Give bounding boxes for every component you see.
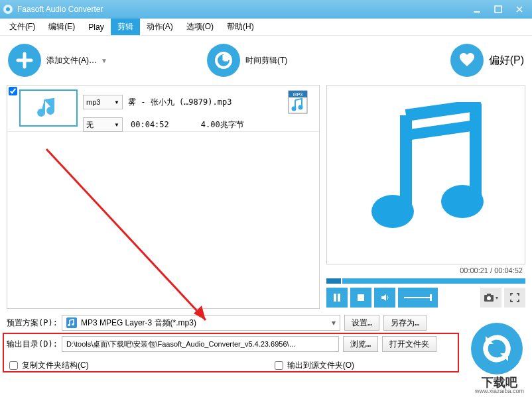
refresh-icon <box>480 332 513 365</box>
output-path-value: D:\tools\桌面\下载吧\安装包\Faasoft_Audio_Conver… <box>66 339 297 349</box>
settings-button[interactable]: 设置… <box>344 315 379 331</box>
preference-label: 偏好(P) <box>489 54 524 68</box>
checkbox-row: 复制文件夹结构(C) 输出到源文件夹(O) <box>7 357 525 374</box>
svg-point-17 <box>487 296 491 300</box>
file-name: 雾 - 张小九 (…9879).mp3 <box>128 97 232 108</box>
progress-fill <box>326 278 342 284</box>
mp3-icon <box>66 317 77 328</box>
output-row: 输出目录(D): D:\tools\桌面\下载吧\安装包\Faasoft_Aud… <box>7 335 525 353</box>
preference-button[interactable]: 偏好(P) <box>450 44 524 77</box>
watermark-text: 下载吧 <box>482 376 517 388</box>
time-total: 00:04:52 <box>494 266 523 274</box>
app-icon <box>3 4 13 15</box>
window-title: Faasoft Audio Converter <box>17 5 466 14</box>
open-folder-button[interactable]: 打开文件夹 <box>382 336 436 352</box>
volume-slider[interactable] <box>398 288 438 308</box>
menu-trim[interactable]: 剪辑 <box>111 19 140 35</box>
channel-select[interactable]: 无 ▼ <box>83 117 123 132</box>
snapshot-button[interactable]: ▾ <box>480 288 501 308</box>
volume-button[interactable] <box>374 288 395 308</box>
format-select[interactable]: mp3 ▼ <box>83 95 123 109</box>
mp3-file-icon: MP3 <box>287 89 308 115</box>
file-meta: mp3 ▼ 雾 - 张小九 (…9879).mp3 MP3 无 ▼ 00:04:… <box>83 89 315 127</box>
preset-value: MP3 MPEG Layer-3 音频(*.mp3) <box>81 317 196 329</box>
channel-value: 无 <box>86 120 94 130</box>
svg-point-10 <box>299 105 303 110</box>
pause-button[interactable] <box>326 288 348 308</box>
menu-play[interactable]: Play <box>82 20 110 34</box>
chevron-down-icon[interactable]: ▼ <box>101 57 107 64</box>
svg-point-11 <box>371 195 414 228</box>
chevron-down-icon: ▼ <box>114 99 119 105</box>
file-thumbnail <box>19 89 78 127</box>
heart-icon <box>450 44 484 77</box>
menu-option[interactable]: 选项(O) <box>180 19 220 35</box>
minimize-button[interactable] <box>467 3 487 16</box>
time-current: 00:00:21 <box>460 266 488 274</box>
fullscreen-button[interactable] <box>504 288 525 308</box>
svg-point-20 <box>68 324 70 327</box>
file-item[interactable]: mp3 ▼ 雾 - 张小九 (…9879).mp3 MP3 无 ▼ 00:04:… <box>7 85 319 132</box>
output-to-source-checkbox[interactable]: 输出到源文件夹(O) <box>275 360 354 371</box>
toolbar: 添加文件(A)… ▼ 时间剪辑(T) 偏好(P) <box>0 36 532 85</box>
menubar: 文件(F) 编辑(E) Play 剪辑 动作(A) 选项(O) 帮助(H) <box>0 19 532 36</box>
svg-rect-2 <box>474 11 480 13</box>
menu-edit[interactable]: 编辑(E) <box>42 19 82 35</box>
music-note-icon <box>360 102 492 248</box>
maximize-button[interactable] <box>488 3 508 16</box>
player-controls: ▾ <box>326 285 525 310</box>
saveas-button[interactable]: 另存为… <box>383 315 427 331</box>
stop-button[interactable] <box>350 288 371 308</box>
progress-bar[interactable] <box>326 278 525 284</box>
close-button[interactable] <box>509 3 529 16</box>
add-file-label: 添加文件(A)… <box>46 55 97 66</box>
file-size: 4.00兆字节 <box>201 119 244 131</box>
chevron-down-icon: ▾ <box>332 318 336 327</box>
watermark-url: www.xiazaiba.com <box>475 388 524 394</box>
plus-icon <box>8 44 41 77</box>
svg-rect-14 <box>338 294 340 302</box>
time-trim-label: 时间剪辑(T) <box>245 55 287 66</box>
svg-point-9 <box>292 107 297 111</box>
svg-point-5 <box>38 109 45 116</box>
time-trim-button[interactable]: 时间剪辑(T) <box>207 44 291 77</box>
menu-action[interactable]: 动作(A) <box>140 19 180 35</box>
svg-point-12 <box>441 185 484 218</box>
file-list: mp3 ▼ 雾 - 张小九 (…9879).mp3 MP3 无 ▼ 00:04:… <box>7 85 320 309</box>
preset-row: 预置方案(P): MP3 MPEG Layer-3 音频(*.mp3) ▾ 设置… <box>7 314 525 331</box>
svg-rect-19 <box>66 317 77 328</box>
format-value: mp3 <box>86 98 100 106</box>
preset-label: 预置方案(P): <box>7 317 58 329</box>
output-path-field[interactable]: D:\tools\桌面\下载吧\安装包\Faasoft_Audio_Conver… <box>62 336 339 352</box>
preset-select[interactable]: MP3 MPEG Layer-3 音频(*.mp3) ▾ <box>62 315 340 331</box>
file-checkbox[interactable] <box>9 87 17 95</box>
chevron-down-icon: ▼ <box>114 122 119 128</box>
svg-text:MP3: MP3 <box>293 92 303 97</box>
svg-point-21 <box>72 323 74 326</box>
convert-button[interactable] <box>471 323 523 374</box>
menu-file[interactable]: 文件(F) <box>3 19 42 35</box>
clock-icon <box>207 44 240 77</box>
svg-rect-18 <box>487 294 491 296</box>
copy-structure-checkbox[interactable]: 复制文件夹结构(C) <box>9 360 89 371</box>
watermark: 下载吧 www.xiazaiba.com <box>475 376 524 394</box>
add-file-button[interactable]: 添加文件(A)… ▼ <box>8 44 107 77</box>
time-display: 00:00:21 / 00:04:52 <box>326 264 525 277</box>
svg-rect-15 <box>358 294 364 301</box>
svg-rect-3 <box>495 6 501 13</box>
menu-help[interactable]: 帮助(H) <box>220 19 261 35</box>
bottom-panel: 预置方案(P): MP3 MPEG Layer-3 音频(*.mp3) ▾ 设置… <box>0 310 532 382</box>
preview-pane: 00:00:21 / 00:04:52 ▾ <box>326 85 525 310</box>
preview-canvas <box>326 85 525 264</box>
file-duration: 00:04:52 <box>131 120 169 129</box>
svg-point-1 <box>6 7 10 11</box>
browse-button[interactable]: 浏览… <box>343 336 378 352</box>
main-area: mp3 ▼ 雾 - 张小九 (…9879).mp3 MP3 无 ▼ 00:04:… <box>0 85 532 310</box>
output-label: 输出目录(D): <box>7 339 58 350</box>
titlebar: Faasoft Audio Converter <box>0 0 532 19</box>
svg-rect-13 <box>334 294 336 302</box>
